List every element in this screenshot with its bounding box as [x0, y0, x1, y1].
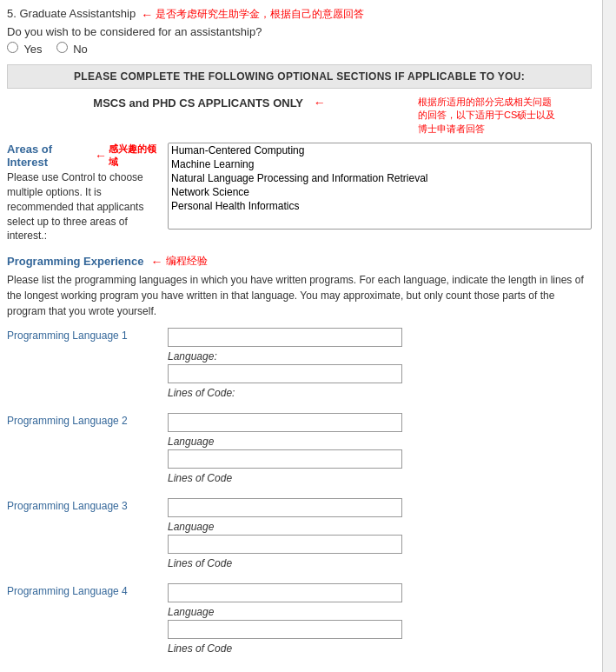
mscs-arrow: ←: [314, 96, 328, 110]
programming-exp-description: Please list the programming languages in…: [7, 272, 592, 319]
prog-lang-1-language-label: Language:: [168, 350, 592, 363]
prog-lang-1-name-input[interactable]: [168, 328, 402, 347]
prog-lang-1-loc-input[interactable]: [168, 364, 402, 383]
prog-lang-2-label: Programming Language 2: [7, 413, 168, 427]
optional-banner: PLEASE COMPLETE THE FOLLOWING OPTIONAL S…: [7, 64, 592, 89]
programming-exp-title: Programming Experience: [7, 255, 144, 268]
prog-lang-3-label: Programming Language 3: [7, 498, 168, 512]
section5-annotation: ← 是否考虑研究生助学金，根据自己的意愿回答: [141, 7, 364, 22]
mscs-label: MSCS and PHD CS APPLICANTS ONLY: [93, 96, 303, 110]
prog-lang-4-language-label: Language: [168, 606, 592, 618]
prog-lang-3-language-label: Language: [168, 521, 592, 533]
prog-lang-4-name-input[interactable]: [168, 583, 402, 602]
prog-lang-3-name-input[interactable]: [168, 498, 402, 517]
scrollbar[interactable]: [602, 0, 616, 672]
mscs-annotation: 根据所适用的部分完成相关问题 的回答，以下适用于CS硕士以及 博士申请者回答: [418, 96, 592, 136]
prog-lang-2-name-input[interactable]: [168, 413, 402, 432]
prog-lang-3-loc-label: Lines of Code: [168, 557, 592, 569]
areas-helper: Please use Control to choose multiple op…: [7, 170, 161, 243]
areas-listbox[interactable]: Human-Centered Computing Machine Learnin…: [168, 143, 592, 230]
yes-radio-label[interactable]: Yes: [7, 42, 43, 56]
no-radio[interactable]: [56, 42, 68, 53]
prog-lang-4-loc-label: Lines of Code: [168, 642, 592, 655]
programming-exp-annotation: ← 编程经验: [151, 254, 208, 269]
prog-lang-1-label: Programming Language 1: [7, 328, 168, 342]
areas-annotation: ← 感兴趣的领域: [95, 143, 161, 169]
programming-language-3-section: Programming Language 3 Language Lines of…: [7, 498, 592, 571]
prog-lang-1-loc-label: Lines of Code:: [168, 387, 592, 399]
prog-lang-2-loc-input[interactable]: [168, 449, 402, 469]
assistantship-question: Do you wish to be considered for an assi…: [7, 25, 592, 38]
programming-language-4-section: Programming Language 4 Language Lines of…: [7, 583, 592, 656]
yes-radio[interactable]: [7, 42, 18, 53]
prog-lang-2-language-label: Language: [168, 436, 592, 448]
section5-title: 5. Graduate Assistantship: [7, 7, 136, 20]
prog-lang-3-loc-input[interactable]: [168, 535, 402, 554]
programming-language-1-section: Programming Language 1 Language: Lines o…: [7, 328, 592, 401]
prog-lang-4-label: Programming Language 4: [7, 583, 168, 597]
prog-lang-4-loc-input[interactable]: [168, 620, 402, 639]
areas-of-interest-label: Areas of Interest ← 感兴趣的领域: [7, 143, 161, 169]
no-radio-label[interactable]: No: [56, 42, 88, 56]
prog-lang-2-loc-label: Lines of Code: [168, 472, 592, 484]
programming-language-2-section: Programming Language 2 Language Lines of…: [7, 413, 592, 486]
